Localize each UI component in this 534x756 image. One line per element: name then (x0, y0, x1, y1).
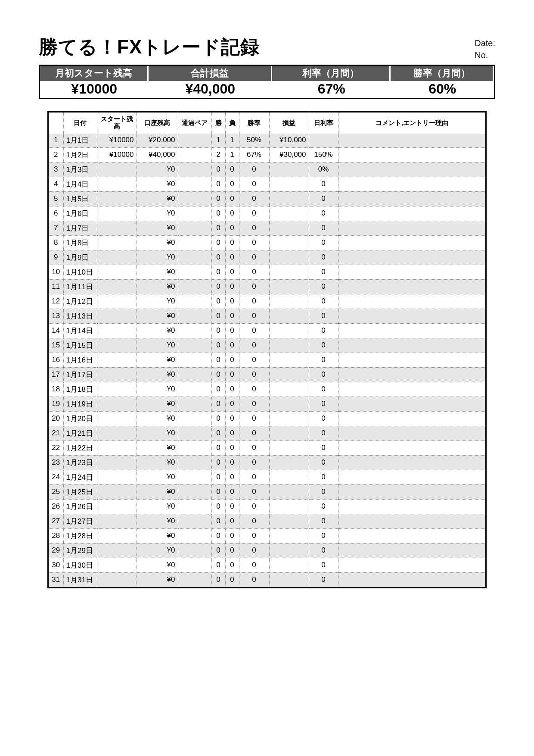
meta-block: Date: No. (475, 34, 495, 61)
cell-pl: ¥30,000 (269, 147, 309, 162)
cell-pair (178, 177, 211, 191)
cell-comment (338, 279, 485, 294)
cell-date: 1月20日 (63, 411, 97, 426)
cell-pl: ¥10,000 (269, 133, 309, 147)
cell-rate: 0 (239, 265, 269, 279)
cell-dayrate: 0 (309, 191, 338, 206)
summary-head-rate: 利率（月間） (272, 66, 391, 81)
cell-lose: 0 (225, 250, 239, 265)
cell-comment (338, 411, 485, 426)
cell-win: 0 (211, 162, 225, 177)
page-title: 勝てる！FXトレード記録 (39, 34, 260, 60)
cell-win: 0 (211, 323, 225, 338)
cell-comment (338, 177, 485, 191)
cell-lose: 0 (225, 206, 239, 221)
cell-start (97, 397, 137, 411)
cell-idx: 1 (49, 133, 63, 147)
cell-rate: 0 (239, 191, 269, 206)
cell-win: 2 (211, 147, 225, 162)
cell-dayrate: 0 (309, 411, 338, 426)
cell-pair (178, 133, 211, 147)
cell-win: 0 (211, 514, 225, 528)
cell-bal: ¥20,000 (137, 133, 178, 147)
cell-idx: 6 (49, 206, 63, 221)
cell-comment (338, 382, 485, 397)
cell-dayrate: 0 (309, 397, 338, 411)
cell-pl (269, 426, 309, 440)
cell-dayrate: 0 (309, 250, 338, 265)
cell-dayrate: 0 (309, 279, 338, 294)
table-row: 121月12日¥00000 (49, 294, 485, 309)
cell-win: 0 (211, 191, 225, 206)
cell-lose: 0 (225, 191, 239, 206)
cell-idx: 27 (49, 514, 63, 528)
cell-bal: ¥0 (137, 353, 178, 367)
cell-win: 0 (211, 265, 225, 279)
cell-start (97, 353, 137, 367)
table-row: 141月14日¥00000 (49, 323, 485, 338)
cell-rate: 0 (239, 528, 269, 543)
cell-idx: 10 (49, 265, 63, 279)
cell-idx: 9 (49, 250, 63, 265)
cell-lose: 0 (225, 411, 239, 426)
table-row: 161月16日¥00000 (49, 353, 485, 367)
cell-win: 0 (211, 338, 225, 353)
cell-bal: ¥0 (137, 265, 178, 279)
cell-win: 0 (211, 572, 225, 587)
cell-dayrate: 0 (309, 294, 338, 309)
cell-pl (269, 353, 309, 367)
table-row: 231月23日¥00000 (49, 455, 485, 470)
cell-dayrate: 0 (309, 514, 338, 528)
cell-dayrate: 0 (309, 484, 338, 499)
cell-start (97, 499, 137, 514)
cell-bal: ¥40,000 (137, 147, 178, 162)
cell-rate: 0 (239, 338, 269, 353)
th-dayrate: 日利率 (309, 112, 338, 133)
cell-comment (338, 133, 485, 147)
cell-dayrate: 0 (309, 426, 338, 440)
cell-win: 0 (211, 411, 225, 426)
table-row: 311月31日¥00000 (49, 572, 485, 587)
cell-date: 1月23日 (63, 455, 97, 470)
cell-rate: 0 (239, 484, 269, 499)
cell-lose: 0 (225, 440, 239, 455)
cell-win: 0 (211, 294, 225, 309)
cell-bal: ¥0 (137, 382, 178, 397)
cell-date: 1月28日 (63, 528, 97, 543)
cell-lose: 0 (225, 514, 239, 528)
cell-rate: 0 (239, 397, 269, 411)
cell-rate: 0 (239, 309, 269, 323)
cell-dayrate: 0 (309, 309, 338, 323)
cell-comment (338, 543, 485, 558)
cell-dayrate: 0 (309, 235, 338, 250)
cell-dayrate: 0 (309, 221, 338, 235)
cell-rate: 0 (239, 177, 269, 191)
cell-idx: 28 (49, 528, 63, 543)
cell-comment (338, 499, 485, 514)
cell-date: 1月13日 (63, 309, 97, 323)
cell-pair (178, 221, 211, 235)
cell-idx: 11 (49, 279, 63, 294)
cell-win: 0 (211, 235, 225, 250)
table-row: 301月30日¥00000 (49, 558, 485, 572)
cell-comment (338, 206, 485, 221)
table-row: 11月1日¥10000¥20,0001150%¥10,000 (49, 133, 485, 147)
cell-bal: ¥0 (137, 499, 178, 514)
cell-bal: ¥0 (137, 221, 178, 235)
cell-date: 1月27日 (63, 514, 97, 528)
cell-idx: 3 (49, 162, 63, 177)
cell-idx: 12 (49, 294, 63, 309)
table-row: 61月6日¥00000 (49, 206, 485, 221)
cell-pl (269, 265, 309, 279)
th-comment: コメント,エントリー理由 (338, 112, 485, 133)
cell-date: 1月6日 (63, 206, 97, 221)
cell-bal: ¥0 (137, 455, 178, 470)
cell-dayrate: 0 (309, 338, 338, 353)
trade-table: 日付 スタート残高 口座残高 通過ペア 勝 負 勝率 損益 日利率 コメント,エ… (47, 111, 487, 588)
cell-rate: 0 (239, 235, 269, 250)
cell-bal: ¥0 (137, 191, 178, 206)
table-row: 241月24日¥00000 (49, 470, 485, 484)
cell-pair (178, 455, 211, 470)
cell-pl (269, 294, 309, 309)
summary-val-start: ¥10000 (40, 81, 149, 98)
